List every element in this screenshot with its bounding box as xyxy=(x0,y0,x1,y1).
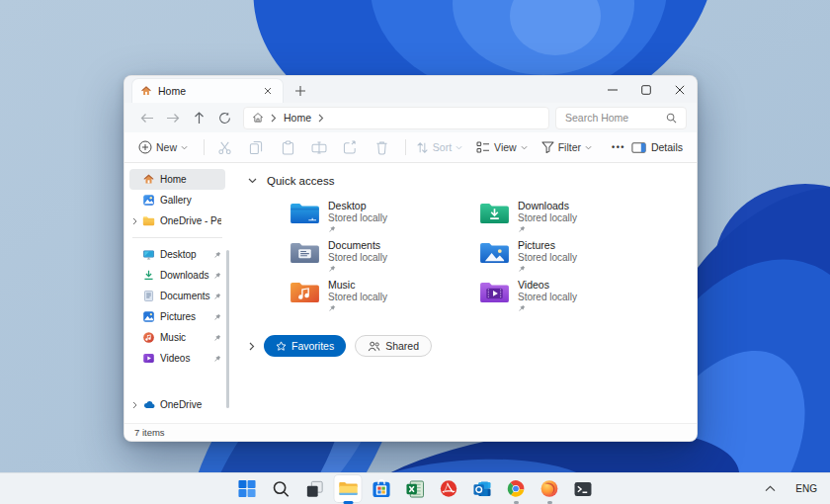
details-pane-icon xyxy=(631,142,646,153)
command-toolbar: New xyxy=(124,132,697,163)
tray-chevron-up-icon[interactable] xyxy=(765,485,776,492)
search-placeholder: Search Home xyxy=(565,112,628,124)
new-tab-button[interactable] xyxy=(289,79,312,103)
tab-strip: Home xyxy=(124,76,697,103)
chevron-right-icon[interactable] xyxy=(132,217,142,225)
pin-icon xyxy=(328,225,336,233)
gallery-icon xyxy=(142,194,156,208)
sort-label: Sort xyxy=(433,141,452,153)
search-button[interactable] xyxy=(268,475,294,502)
taskbar-outlook[interactable] xyxy=(469,475,496,502)
taskbar: ENG xyxy=(0,472,830,504)
file-explorer-icon xyxy=(338,480,358,497)
sidebar-item-downloads[interactable]: Downloads xyxy=(129,265,225,286)
sidebar-item-videos[interactable]: Videos xyxy=(129,348,225,369)
details-label: Details xyxy=(651,141,683,153)
tab-home-icon xyxy=(140,85,152,97)
taskbar-file-explorer[interactable] xyxy=(335,475,362,502)
share-button[interactable] xyxy=(340,136,361,158)
terminal-icon xyxy=(574,481,593,497)
tile-music[interactable]: Music Stored locally xyxy=(290,279,479,318)
task-view-button[interactable] xyxy=(301,475,328,502)
taskbar-firefox[interactable] xyxy=(537,475,563,502)
folder-music-icon xyxy=(290,280,320,304)
pin-icon xyxy=(213,355,221,363)
minimize-button[interactable] xyxy=(596,76,629,103)
chevron-right-icon[interactable] xyxy=(249,342,255,351)
status-bar: 7 items xyxy=(124,423,697,441)
pin-icon xyxy=(518,225,526,233)
cut-button[interactable] xyxy=(214,136,235,158)
view-button[interactable]: View xyxy=(476,141,528,153)
more-options-button[interactable]: ••• xyxy=(612,142,625,152)
pin-icon xyxy=(213,251,221,259)
paste-button[interactable] xyxy=(278,136,298,158)
taskbar-terminal[interactable] xyxy=(570,475,597,502)
back-button[interactable] xyxy=(134,106,160,129)
sidebar-item-documents[interactable]: Documents xyxy=(129,286,225,306)
documents-icon xyxy=(142,290,156,303)
favorites-button[interactable]: Favorites xyxy=(264,335,346,357)
start-button[interactable] xyxy=(234,475,261,502)
tile-desktop[interactable]: Desktop Stored locally xyxy=(290,200,479,239)
tile-pictures[interactable]: Pictures Stored locally xyxy=(479,239,669,279)
taskbar-acrobat[interactable] xyxy=(436,475,462,502)
copy-button[interactable] xyxy=(246,136,267,158)
sort-button[interactable]: Sort xyxy=(416,141,462,154)
file-explorer-window: Home xyxy=(124,75,698,442)
tile-documents[interactable]: Documents Stored locally xyxy=(290,239,479,279)
sidebar-item-gallery[interactable]: Gallery xyxy=(129,190,225,210)
view-label: View xyxy=(494,141,517,153)
tab-title: Home xyxy=(158,85,261,97)
close-window-button[interactable] xyxy=(663,76,697,103)
sidebar-item-music[interactable]: Music xyxy=(129,327,225,348)
taskbar-store[interactable] xyxy=(369,475,395,502)
taskbar-excel[interactable] xyxy=(402,475,429,502)
chrome-icon xyxy=(507,479,526,498)
star-icon xyxy=(276,341,287,352)
shared-button[interactable]: Shared xyxy=(355,335,432,357)
language-indicator[interactable]: ENG xyxy=(795,483,817,494)
toolbar-divider xyxy=(405,139,406,155)
view-icon xyxy=(476,141,490,153)
new-button[interactable]: New xyxy=(138,140,188,154)
people-icon xyxy=(368,341,380,352)
refresh-button[interactable] xyxy=(211,106,237,129)
arrow-up-icon xyxy=(194,112,205,125)
taskbar-chrome[interactable] xyxy=(503,475,530,502)
search-input[interactable]: Search Home xyxy=(555,107,687,129)
sidebar-item-home[interactable]: Home xyxy=(129,169,225,190)
tab-close-button[interactable] xyxy=(261,84,275,98)
details-button[interactable]: Details xyxy=(631,141,683,153)
forward-button[interactable] xyxy=(160,106,186,129)
tile-downloads[interactable]: Downloads Stored locally xyxy=(479,200,669,239)
sidebar-item-pictures[interactable]: Pictures xyxy=(129,306,225,327)
delete-button[interactable] xyxy=(372,136,392,158)
filter-button[interactable]: Filter xyxy=(541,141,592,153)
sidebar-item-onedrive[interactable]: OneDrive xyxy=(129,394,225,415)
maximize-button[interactable] xyxy=(629,76,663,103)
sidebar-item-desktop[interactable]: Desktop xyxy=(129,244,225,265)
section-title: Quick access xyxy=(267,175,334,187)
start-icon xyxy=(238,479,257,498)
navigation-bar: Home Search Home xyxy=(124,103,697,132)
store-icon xyxy=(373,479,391,498)
main-pane: Quick access Desktop Stored locally xyxy=(230,163,697,423)
sidebar-scrollbar[interactable] xyxy=(226,250,229,408)
up-button[interactable] xyxy=(186,106,211,129)
onedrive-cloud-icon xyxy=(142,398,156,412)
plus-icon xyxy=(295,86,305,96)
filter-label: Filter xyxy=(558,141,581,153)
sidebar-item-onedrive-personal[interactable]: OneDrive - Pers… xyxy=(129,210,225,231)
breadcrumb-segment-home[interactable]: Home xyxy=(284,112,311,124)
pictures-icon xyxy=(142,310,156,324)
rename-button[interactable] xyxy=(308,136,329,158)
chevron-right-icon[interactable] xyxy=(132,401,142,409)
close-icon xyxy=(675,85,685,95)
quick-access-header[interactable]: Quick access xyxy=(248,175,697,187)
tab-home[interactable]: Home xyxy=(132,79,283,103)
breadcrumb[interactable]: Home xyxy=(243,107,549,129)
folder-downloads-icon xyxy=(479,201,510,225)
tile-videos[interactable]: Videos Stored locally xyxy=(479,279,669,318)
sidebar-divider xyxy=(132,237,222,238)
